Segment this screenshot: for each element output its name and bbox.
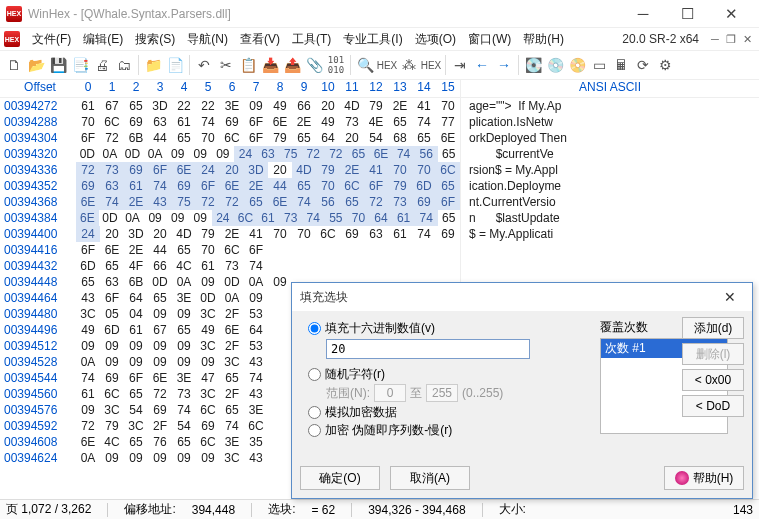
mdi-close-icon[interactable]: ✕: [739, 31, 755, 47]
range-from: [374, 384, 406, 402]
cut-icon[interactable]: ✂: [216, 55, 236, 75]
calc-icon[interactable]: 🖩: [611, 55, 631, 75]
menu-edit[interactable]: 编辑(E): [77, 29, 129, 50]
folder-icon[interactable]: 📁: [143, 55, 163, 75]
menu-file[interactable]: 文件(F): [26, 29, 77, 50]
menu-search[interactable]: 搜索(S): [129, 29, 181, 50]
ok-button[interactable]: 确定(O): [300, 466, 380, 490]
replace-icon[interactable]: ⁂: [399, 55, 419, 75]
find-icon[interactable]: 🔍: [355, 55, 375, 75]
help-icon: [675, 471, 689, 485]
menu-help[interactable]: 帮助(H): [517, 29, 570, 50]
hex-row[interactable]: 003944326D654F664C617374: [0, 258, 759, 274]
ascii-cell[interactable]: [460, 258, 759, 274]
fill-block-dialog: 填充选块 ✕ 填充十六进制数值(v) 随机字符(r) 范围(N): 至 (0..…: [291, 282, 753, 499]
menu-options[interactable]: 选项(O): [409, 29, 462, 50]
menu-view[interactable]: 查看(V): [234, 29, 286, 50]
hex-row[interactable]: 0039440024203D204D792E4170706C6963617469…: [0, 226, 759, 242]
replhex-icon[interactable]: HEX: [421, 55, 441, 75]
menu-nav[interactable]: 导航(N): [181, 29, 234, 50]
goto-icon[interactable]: ⇥: [450, 55, 470, 75]
menu-tools[interactable]: 工具(T): [286, 29, 337, 50]
offset-cell: 00394544: [0, 370, 76, 386]
ascii-cell[interactable]: plication.IsNetw: [460, 114, 759, 130]
mdi-min-icon[interactable]: ─: [707, 31, 723, 47]
props-icon[interactable]: 🗂: [114, 55, 134, 75]
hex-row[interactable]: 003944166F6E2E4465706C6F: [0, 242, 759, 258]
offset-cell: 00394496: [0, 322, 76, 338]
toolbar: 🗋 📂 💾 📑 🖨 🗂 📁 📄 ↶ ✂ 📋 📥 📤 📎 101010 🔍 HEX…: [0, 50, 759, 80]
mdi-restore-icon[interactable]: ❐: [723, 31, 739, 47]
ram-icon[interactable]: ▭: [589, 55, 609, 75]
open-icon[interactable]: 📂: [26, 55, 46, 75]
offset-value: 394,448: [192, 503, 235, 517]
help-button[interactable]: 帮助(H): [664, 466, 744, 490]
radio-sim[interactable]: 模拟加密数据: [308, 403, 588, 421]
hex-row[interactable]: 003943200D0A0D0A0909092463757272656E7456…: [0, 146, 759, 162]
ascii-cell[interactable]: nt.CurrentVersio: [460, 194, 759, 210]
close-button[interactable]: ✕: [709, 0, 753, 28]
offset-cell: 00394448: [0, 274, 76, 290]
ascii-cell[interactable]: $currentVe: [460, 146, 759, 162]
hex-row[interactable]: 0039435269636174696F6E2E4465706C6F796D65…: [0, 178, 759, 194]
ascii-cell[interactable]: [460, 242, 759, 258]
offset-cell: 00394416: [0, 242, 76, 258]
zero-button[interactable]: < 0x00: [682, 369, 744, 391]
offset-cell: 00394560: [0, 386, 76, 402]
disk1-icon[interactable]: 💽: [523, 55, 543, 75]
radio-enc[interactable]: 加密 伪随即序列数-慢(r): [308, 421, 588, 439]
hex-row[interactable]: 00394288706C69636174696F6E2E49734E657477…: [0, 114, 759, 130]
hex-row[interactable]: 003943367273696F6E24203D204D792E4170706C…: [0, 162, 759, 178]
hex-row[interactable]: 003943846E0D0A090909246C6173745570646174…: [0, 210, 759, 226]
disk2-icon[interactable]: 💿: [545, 55, 565, 75]
clip-icon[interactable]: 📎: [304, 55, 324, 75]
print-icon[interactable]: 🖨: [92, 55, 112, 75]
fwd-icon[interactable]: →: [494, 55, 514, 75]
doc-icon[interactable]: 📄: [165, 55, 185, 75]
gear-icon[interactable]: ⚙: [655, 55, 675, 75]
menu-pro[interactable]: 专业工具(I): [337, 29, 408, 50]
ascii-cell[interactable]: rsion$ = My.Appl: [460, 162, 759, 178]
refresh-icon[interactable]: ⟳: [633, 55, 653, 75]
maximize-button[interactable]: ☐: [665, 0, 709, 28]
cancel-button[interactable]: 取消(A): [390, 466, 470, 490]
offset-header: Offset: [0, 80, 76, 97]
hex-value-input[interactable]: [326, 339, 530, 359]
ascii-cell[interactable]: $ = My.Applicati: [460, 226, 759, 242]
range-label: 范围(N):: [326, 385, 370, 402]
dialog-close-icon[interactable]: ✕: [716, 289, 744, 305]
binary-icon[interactable]: 101010: [326, 55, 346, 75]
offset-cell: 00394624: [0, 450, 76, 466]
findhex-icon[interactable]: HEX: [377, 55, 397, 75]
sel-value: = 62: [311, 503, 335, 517]
saveall-icon[interactable]: 📑: [70, 55, 90, 75]
app-icon: HEX: [4, 31, 20, 47]
disk3-icon[interactable]: 📀: [567, 55, 587, 75]
hex-row[interactable]: 003942726167653D22223E094966204D792E4170…: [0, 98, 759, 114]
offset-cell: 00394400: [0, 226, 76, 242]
ascii-cell[interactable]: orkDeployed Then: [460, 130, 759, 146]
ascii-cell[interactable]: n $lastUpdate: [460, 210, 759, 226]
back-icon[interactable]: ←: [472, 55, 492, 75]
delete-button[interactable]: 删除(l): [682, 343, 744, 365]
new-icon[interactable]: 🗋: [4, 55, 24, 75]
radio-hex[interactable]: 填充十六进制数值(v): [308, 319, 588, 337]
hex-row[interactable]: 003943686E742E43757272656E7456657273696F…: [0, 194, 759, 210]
copy-icon[interactable]: 📋: [238, 55, 258, 75]
undo-icon[interactable]: ↶: [194, 55, 214, 75]
paste-icon[interactable]: 📥: [260, 55, 280, 75]
add-button[interactable]: 添加(d): [682, 317, 744, 339]
dod-button[interactable]: < DoD: [682, 395, 744, 417]
ascii-cell[interactable]: age=""> If My.Ap: [460, 98, 759, 114]
minimize-button[interactable]: ─: [621, 0, 665, 28]
ascii-cell[interactable]: ication.Deployme: [460, 178, 759, 194]
radio-random[interactable]: 随机字符(r): [308, 365, 588, 383]
size-label: 大小:: [499, 501, 526, 518]
menu-window[interactable]: 窗口(W): [462, 29, 517, 50]
save-icon[interactable]: 💾: [48, 55, 68, 75]
offset-cell: 00394464: [0, 290, 76, 306]
offset-cell: 00394480: [0, 306, 76, 322]
offset-cell: 00394304: [0, 130, 76, 146]
paste2-icon[interactable]: 📤: [282, 55, 302, 75]
hex-row[interactable]: 003943046F726B4465706C6F796564205468656E…: [0, 130, 759, 146]
